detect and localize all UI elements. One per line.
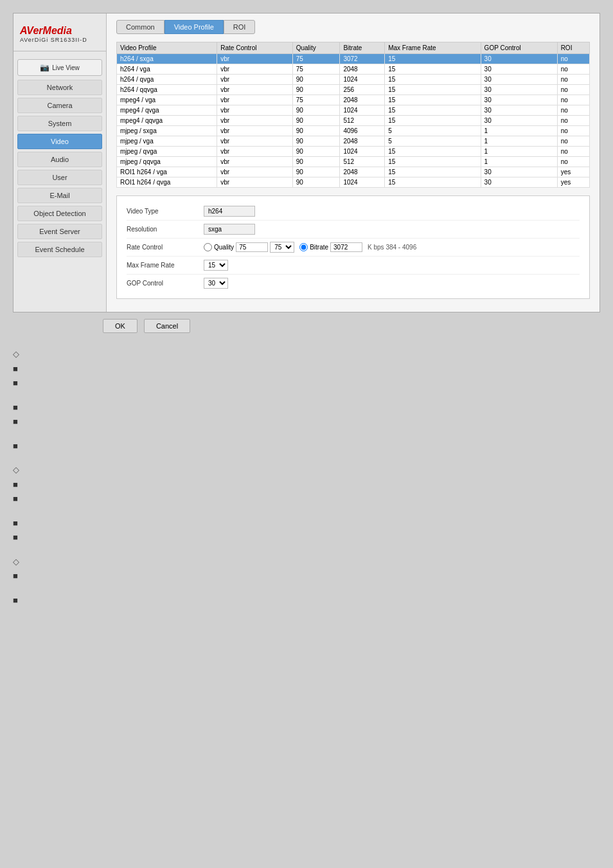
bullet-icon-9: ■ <box>13 493 18 505</box>
col-header-rate-control: Rate Control <box>217 42 292 54</box>
note-3: ■ <box>13 377 600 390</box>
note-13: ■ <box>13 570 600 583</box>
table-row[interactable]: mpeg4 / qvgavbr9010241530no <box>117 105 590 116</box>
bitrate-label: Bitrate <box>310 244 328 251</box>
note-4: ■ <box>13 401 600 414</box>
gop-control-row: GOP Control 30 1 <box>127 275 580 292</box>
sidebar-item-video[interactable]: Video <box>17 134 102 149</box>
table-row[interactable]: h264 / sxgavbr7530721530no <box>117 54 590 64</box>
diamond-icon-12: ◇ <box>13 556 19 568</box>
tab-video-profile[interactable]: Video Profile <box>164 20 224 34</box>
table-row[interactable]: ROI1 h264 / vgavbr9020481530yes <box>117 167 590 177</box>
tabs: Common Video Profile ROI <box>116 20 590 34</box>
rate-control-options: Quality 75 75 Bitrate K bps 384 - 4096 <box>204 242 416 253</box>
resolution-value: sxga <box>204 224 255 235</box>
profile-table: Video Profile Rate Control Quality Bitra… <box>116 42 590 188</box>
kbps-range-label: K bps 384 - 4096 <box>368 244 416 251</box>
camera-icon: 📷 <box>40 63 49 72</box>
quality-label: Quality <box>214 244 234 251</box>
bullet-icon-10: ■ <box>13 517 18 530</box>
note-5: ■ <box>13 415 600 428</box>
rate-control-row: Rate Control Quality 75 75 Bitra <box>127 239 580 257</box>
tab-common[interactable]: Common <box>116 20 164 34</box>
table-row[interactable]: ROI1 h264 / qvgavbr9010241530yes <box>117 177 590 188</box>
col-header-max-frame-rate: Max Frame Rate <box>385 42 481 54</box>
sidebar-item-event-server[interactable]: Event Server <box>17 224 102 239</box>
logo: AVerMedia AVerDiGi SR1633II-D <box>13 20 106 51</box>
table-row[interactable]: mjpeg / qqvgavbr90512151no <box>117 157 590 167</box>
gop-control-select[interactable]: 30 1 <box>204 278 228 289</box>
sidebar-item-object-detection[interactable]: Object Detection <box>17 206 102 221</box>
note-2: ■ <box>13 363 600 375</box>
bullet-icon-13: ■ <box>13 570 18 583</box>
sidebar-item-audio[interactable]: Audio <box>17 152 102 167</box>
sidebar-item-user[interactable]: User <box>17 170 102 185</box>
col-header-quality: Quality <box>292 42 340 54</box>
table-row[interactable]: h264 / qvgavbr9010241530no <box>117 75 590 85</box>
note-9: ■ <box>13 493 600 505</box>
table-row[interactable]: h264 / qqvgavbr902561530no <box>117 85 590 95</box>
quality-select[interactable]: 75 <box>270 242 294 253</box>
table-row[interactable]: mjpeg / qvgavbr901024151no <box>117 147 590 157</box>
table-row[interactable]: mjpeg / vgavbr90204851no <box>117 136 590 147</box>
note-12: ◇ <box>13 556 600 568</box>
logo-text: AVerMedia <box>20 25 100 37</box>
bitrate-input[interactable] <box>330 242 362 252</box>
note-7: ◇ <box>13 464 600 476</box>
bullet-icon-5: ■ <box>13 415 18 428</box>
max-frame-rate-row: Max Frame Rate 15 30 5 <box>127 257 580 275</box>
max-frame-rate-select[interactable]: 15 30 5 <box>204 260 228 271</box>
table-row[interactable]: mpeg4 / qqvgavbr905121530no <box>117 116 590 126</box>
logo-sub: AVerDiGi SR1633II-D <box>20 37 100 43</box>
main-content: Common Video Profile ROI Video Profile R… <box>107 14 600 312</box>
col-header-bitrate: Bitrate <box>340 42 385 54</box>
bitrate-radio-label[interactable]: Bitrate <box>299 242 362 252</box>
table-row[interactable]: mpeg4 / vgavbr7520481530no <box>117 95 590 105</box>
button-row: OK Cancel <box>93 312 613 339</box>
sidebar-item-network[interactable]: Network <box>17 80 102 95</box>
sidebar: AVerMedia AVerDiGi SR1633II-D 📷 Live Vie… <box>13 14 107 312</box>
col-header-roi: ROI <box>557 42 589 54</box>
sidebar-item-camera[interactable]: Camera <box>17 98 102 113</box>
diamond-icon-1: ◇ <box>13 348 19 361</box>
sidebar-item-event-schedule[interactable]: Event Schedule <box>17 242 102 257</box>
form-section: Video Type h264 Resolution sxga Rate Con… <box>116 195 590 299</box>
bullet-icon-2: ■ <box>13 363 18 375</box>
live-view-label: Live View <box>52 64 80 71</box>
bullet-icon-8: ■ <box>13 478 18 491</box>
quality-input[interactable]: 75 <box>236 242 268 252</box>
tab-roi[interactable]: ROI <box>224 20 256 34</box>
quality-radio-label[interactable]: Quality 75 75 <box>204 242 294 253</box>
bullet-icon-11: ■ <box>13 531 18 544</box>
video-type-label: Video Type <box>127 208 204 215</box>
bullet-icon-6: ■ <box>13 440 18 453</box>
gop-control-label: GOP Control <box>127 280 204 287</box>
bullet-icon-4: ■ <box>13 401 18 414</box>
sidebar-item-email[interactable]: E-Mail <box>17 188 102 203</box>
bitrate-radio[interactable] <box>299 243 308 251</box>
note-1: ◇ <box>13 348 600 361</box>
ok-button[interactable]: OK <box>103 319 138 333</box>
note-14: ■ <box>13 594 600 607</box>
video-type-row: Video Type h264 <box>127 203 580 221</box>
bullet-icon-14: ■ <box>13 594 18 607</box>
live-view-button[interactable]: 📷 Live View <box>17 59 102 76</box>
table-row[interactable]: h264 / vgavbr7520481530no <box>117 64 590 75</box>
note-6: ■ <box>13 440 600 453</box>
col-header-video-profile: Video Profile <box>117 42 217 54</box>
note-10: ■ <box>13 517 600 530</box>
col-header-gop-control: GOP Control <box>481 42 557 54</box>
note-11: ■ <box>13 531 600 544</box>
max-frame-rate-label: Max Frame Rate <box>127 262 204 269</box>
sidebar-item-system[interactable]: System <box>17 116 102 131</box>
bullet-icon-3: ■ <box>13 377 18 390</box>
notes-section: ◇ ■ ■ ■ ■ ■ ◇ ■ <box>0 339 613 615</box>
video-type-value: h264 <box>204 206 255 217</box>
rate-control-label: Rate Control <box>127 244 204 251</box>
diamond-icon-7: ◇ <box>13 464 19 476</box>
table-row[interactable]: mjpeg / sxgavbr90409651no <box>117 126 590 136</box>
cancel-button[interactable]: Cancel <box>144 319 190 333</box>
resolution-label: Resolution <box>127 226 204 233</box>
resolution-row: Resolution sxga <box>127 221 580 239</box>
quality-radio[interactable] <box>204 243 212 251</box>
